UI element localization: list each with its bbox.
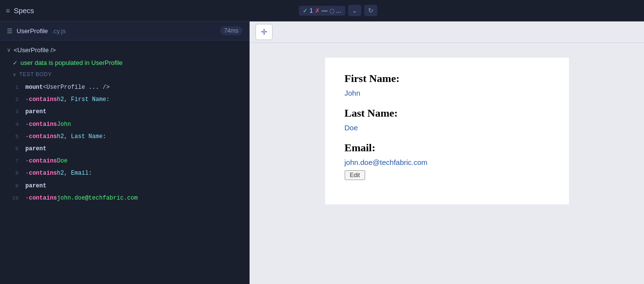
- reload-button[interactable]: ↻: [364, 5, 377, 16]
- code-dash: -: [25, 194, 29, 203]
- test-pass-icon: ✓: [13, 60, 18, 66]
- test-case-name: user data is populated in UserProfile: [20, 59, 123, 66]
- code-selector: h2, Email:: [57, 169, 92, 178]
- keyword-contains: contains: [29, 120, 57, 129]
- left-panel: ☰ UserProfile .cy.js 74ms ∨ <UserProfile…: [0, 21, 250, 284]
- first-name-value: John: [345, 89, 549, 97]
- file-header: ☰ UserProfile .cy.js 74ms: [0, 21, 249, 41]
- right-panel: ✛ First Name: John Last Name: Doe Email:…: [250, 21, 644, 284]
- pending-icon: ◌: [330, 7, 334, 14]
- keyword-contains: contains: [29, 194, 57, 203]
- edit-button[interactable]: Edit: [345, 170, 366, 180]
- keyword-parent: parent: [25, 144, 46, 154]
- file-ext: .cy.js: [52, 27, 66, 35]
- last-name-section: Last Name: Doe: [345, 107, 549, 132]
- line-number: 9: [7, 182, 19, 191]
- code-line[interactable]: 1mount <UserProfile ... />: [0, 81, 249, 94]
- file-icon: ☰: [7, 27, 13, 35]
- keyword-parent: parent: [25, 107, 46, 117]
- right-toolbar: ✛: [250, 21, 644, 43]
- first-name-label: First Name:: [345, 72, 549, 85]
- pending-suffix: ...: [336, 7, 341, 14]
- line-number: 4: [7, 121, 19, 129]
- email-label: Email:: [345, 142, 549, 154]
- code-area: 1mount <UserProfile ... />2-contains h2,…: [0, 80, 249, 206]
- section-label: ∨ TEST BODY: [0, 69, 249, 80]
- line-number: 1: [7, 83, 19, 92]
- component-row[interactable]: ∨ <UserProfile />: [0, 43, 249, 57]
- chevron-button[interactable]: ⌄: [348, 5, 361, 16]
- hamburger-icon[interactable]: ≡: [6, 7, 10, 15]
- status-bar: ✓ 1 ✗ — ◌ ... ⌄ ↻: [299, 5, 377, 16]
- code-dash: -: [25, 169, 29, 178]
- code-line[interactable]: 3parent: [0, 106, 249, 118]
- component-chevron-icon: ∨: [7, 47, 11, 53]
- line-number: 8: [7, 169, 19, 178]
- email-section: Email: john.doe@techfabric.com Edit: [345, 142, 549, 180]
- keyword-contains: contains: [29, 157, 57, 166]
- email-value: john.doe@techfabric.com: [345, 158, 549, 166]
- specs-title: Specs: [14, 6, 34, 15]
- file-name: UserProfile: [17, 27, 48, 35]
- line-number: 7: [7, 157, 19, 166]
- code-line[interactable]: 4-contains John: [0, 119, 249, 131]
- pass-count: 1: [310, 7, 313, 14]
- test-tree: ∨ <UserProfile /> ✓ user data is populat…: [0, 41, 249, 284]
- code-line[interactable]: 9parent: [0, 180, 249, 192]
- top-bar-left: ≡ Specs: [6, 6, 34, 15]
- code-dash: -: [25, 120, 29, 129]
- user-profile-card: First Name: John Last Name: Doe Email: j…: [325, 58, 569, 204]
- main-area: ☰ UserProfile .cy.js 74ms ∨ <UserProfile…: [0, 21, 644, 284]
- code-dash: -: [25, 95, 29, 104]
- line-number: 5: [7, 133, 19, 142]
- preview-area: First Name: John Last Name: Doe Email: j…: [250, 43, 644, 284]
- code-selector: h2, First Name:: [57, 95, 110, 104]
- keyword-contains: contains: [29, 132, 57, 142]
- test-case-row[interactable]: ✓ user data is populated in UserProfile: [0, 57, 249, 69]
- line-number: 6: [7, 145, 19, 154]
- keyword-parent: parent: [25, 182, 46, 191]
- top-bar: ≡ Specs ✓ 1 ✗ — ◌ ... ⌄ ↻: [0, 0, 644, 21]
- code-value: john.doe@techfabric.com: [57, 194, 138, 203]
- code-component: <UserProfile ... />: [43, 83, 110, 92]
- component-label: <UserProfile />: [14, 46, 56, 54]
- code-value: John: [57, 120, 71, 129]
- code-value: Doe: [57, 157, 68, 166]
- line-number: 10: [7, 194, 19, 203]
- code-selector: h2, Last Name:: [57, 132, 106, 142]
- code-line[interactable]: 5-contains h2, Last Name:: [0, 131, 249, 143]
- keyword-contains: contains: [29, 169, 57, 178]
- code-line[interactable]: 7-contains Doe: [0, 155, 249, 167]
- status-pill: ✓ 1 ✗ — ◌ ...: [299, 6, 345, 16]
- line-number: 2: [7, 96, 19, 104]
- code-line[interactable]: 2-contains h2, First Name:: [0, 94, 249, 106]
- code-dash: -: [25, 157, 29, 166]
- sep: —: [322, 7, 328, 14]
- section-chevron-icon: ∨: [13, 72, 17, 77]
- last-name-value: Doe: [345, 123, 549, 132]
- first-name-section: First Name: John: [345, 72, 549, 97]
- pass-icon: ✓: [303, 7, 308, 14]
- keyword-contains: contains: [29, 95, 57, 104]
- code-line[interactable]: 8-contains h2, Email:: [0, 167, 249, 180]
- line-number: 3: [7, 108, 19, 117]
- section-text: TEST BODY: [20, 71, 52, 77]
- last-name-label: Last Name:: [345, 107, 549, 120]
- crosshair-button[interactable]: ✛: [255, 24, 273, 40]
- code-dash: -: [25, 132, 29, 142]
- keyword-mount: mount: [25, 83, 43, 92]
- fail-icon: ✗: [315, 7, 320, 14]
- file-time: 74ms: [220, 26, 242, 35]
- code-line[interactable]: 6parent: [0, 143, 249, 155]
- code-line[interactable]: 10-contains john.doe@techfabric.com: [0, 192, 249, 204]
